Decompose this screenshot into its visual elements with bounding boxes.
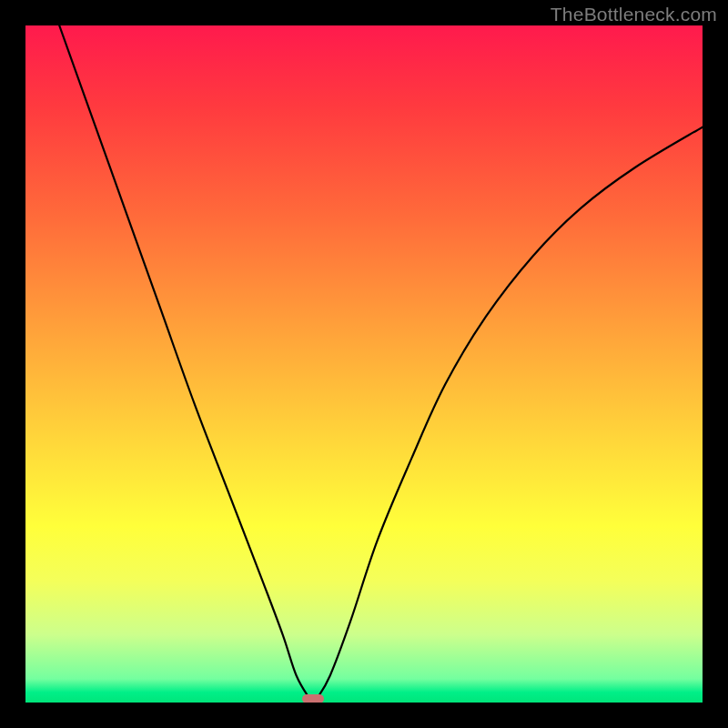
bottleneck-curve bbox=[25, 25, 703, 703]
outer-frame: TheBottleneck.com bbox=[0, 0, 728, 728]
plot-area bbox=[25, 25, 703, 703]
curve-right-branch bbox=[317, 127, 703, 700]
watermark-text: TheBottleneck.com bbox=[551, 4, 717, 25]
minimum-marker bbox=[302, 694, 324, 703]
curve-left-branch bbox=[59, 25, 309, 699]
